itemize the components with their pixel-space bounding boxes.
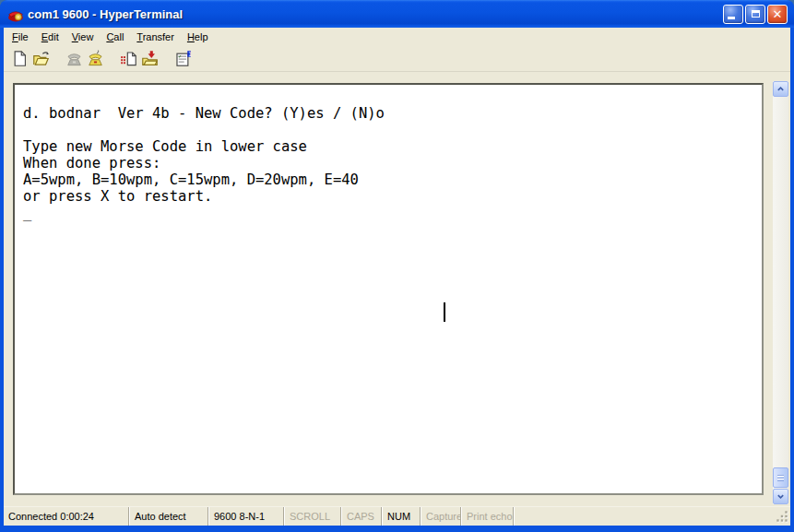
- status-spacer: [514, 507, 790, 526]
- vertical-scrollbar[interactable]: [773, 81, 788, 504]
- new-file-button[interactable]: [9, 48, 30, 69]
- status-print-echo: Print echo: [461, 507, 514, 526]
- status-port-settings: 9600 8-N-1: [208, 507, 284, 526]
- maximize-button[interactable]: [745, 5, 765, 24]
- scrollbar-up-button[interactable]: [773, 81, 788, 97]
- chevron-up-icon: [776, 85, 785, 93]
- statusbar: Connected 0:00:24 Auto detect 9600 8-N-1…: [4, 506, 790, 526]
- scrollbar-thumb[interactable]: [773, 467, 788, 488]
- status-caps-lock: CAPS: [341, 507, 382, 526]
- call-phone-icon-disabled: [65, 50, 83, 67]
- svg-text:1: 1: [188, 51, 192, 58]
- hyperterminal-window: com1 9600 - HyperTerminal ✕ File Edit Vi…: [0, 0, 794, 532]
- call-button[interactable]: [64, 48, 85, 69]
- receive-file-button[interactable]: [139, 48, 160, 69]
- ibeam-mouse-cursor: [444, 302, 445, 322]
- menu-call[interactable]: Call: [100, 29, 130, 45]
- properties-button[interactable]: 1: [172, 48, 194, 69]
- maximize-icon: [752, 10, 760, 18]
- menu-transfer[interactable]: Transfer: [130, 29, 181, 45]
- resize-grip[interactable]: [776, 510, 789, 524]
- titlebar[interactable]: com1 9600 - HyperTerminal ✕: [0, 0, 794, 28]
- new-file-icon: [11, 50, 29, 67]
- receive-file-icon: [141, 50, 159, 67]
- minimize-button[interactable]: [723, 5, 743, 24]
- send-file-icon: [120, 50, 137, 67]
- hyperterminal-app-icon: [7, 6, 24, 22]
- close-button[interactable]: ✕: [767, 5, 788, 24]
- client-area: d. bodnar Ver 4b - New Code? (Y)es / (N)…: [4, 72, 790, 506]
- terminal-text: d. bodnar Ver 4b - New Code? (Y)es / (N)…: [15, 85, 762, 221]
- menubar: File Edit View Call Transfer Help: [4, 28, 790, 46]
- status-scroll-lock: SCROLL: [284, 507, 341, 526]
- disconnect-phone-icon: [87, 50, 104, 67]
- menu-file[interactable]: File: [6, 29, 35, 45]
- status-emulation: Auto detect: [129, 507, 208, 526]
- chevron-down-icon: [776, 492, 785, 501]
- menu-help[interactable]: Help: [181, 29, 215, 45]
- menu-view[interactable]: View: [65, 29, 101, 45]
- toolbar: 1: [4, 46, 790, 72]
- disconnect-button[interactable]: [85, 48, 106, 69]
- window-controls: ✕: [723, 5, 788, 24]
- scrollbar-down-button[interactable]: [773, 489, 788, 504]
- open-folder-icon: [32, 50, 50, 67]
- window-title: com1 9600 - HyperTerminal: [28, 7, 723, 21]
- send-file-button[interactable]: [118, 48, 139, 69]
- status-num-lock: NUM: [382, 507, 421, 526]
- close-icon: ✕: [773, 8, 783, 20]
- minimize-icon: [728, 17, 735, 19]
- open-button[interactable]: [30, 48, 52, 69]
- status-connected: Connected 0:00:24: [4, 507, 129, 526]
- properties-icon: 1: [174, 50, 192, 67]
- menu-edit[interactable]: Edit: [35, 29, 65, 45]
- status-capture: Capture: [421, 507, 461, 526]
- terminal-screen[interactable]: d. bodnar Ver 4b - New Code? (Y)es / (N)…: [13, 83, 764, 495]
